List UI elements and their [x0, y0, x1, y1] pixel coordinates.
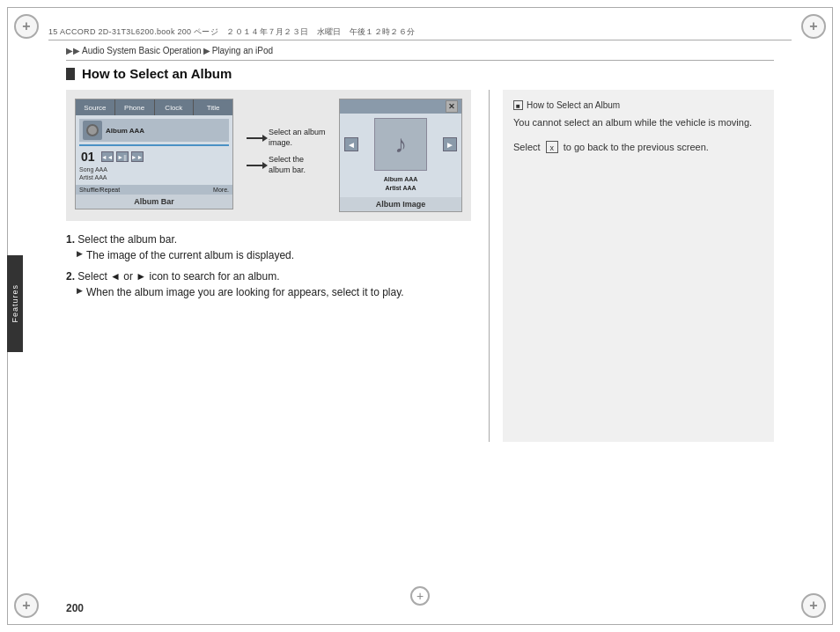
header-file-info: 15 ACCORD 2D-31T3L6200.book 200 ページ ２０１４… [48, 26, 415, 38]
song-info: Song AAA Artist AAA [79, 165, 229, 181]
play-pause-button[interactable]: ►|| [116, 151, 129, 162]
nav-clock[interactable]: Clock [155, 99, 195, 115]
prev-button[interactable]: ◄◄ [101, 151, 114, 162]
arrow-annotations: Select an album image. Select the album … [242, 128, 330, 183]
arrow-album-bar: Select the album bar. [247, 155, 326, 175]
corner-decoration-br [801, 593, 826, 618]
steps-section: 1. Select the album bar. ▶ The image of … [66, 231, 471, 300]
shuffle-label: Shuffle/Repeat [79, 187, 120, 193]
track-number: 01 [81, 150, 95, 164]
screen-nav-bar: Source Phone Clock Title [76, 99, 232, 115]
select-label: Select [513, 142, 541, 152]
step-2: 2. Select ◄ or ► icon to search for an a… [66, 268, 471, 300]
note-title: ■ How to Select an Album [513, 100, 763, 110]
breadcrumb-arrow1: ▶▶ [66, 46, 80, 55]
screens-container: Source Phone Clock Title [66, 90, 471, 221]
features-side-tab: Features [7, 255, 23, 352]
arrow-graphic-2 [247, 165, 264, 166]
step-tri-1: ▶ [77, 247, 83, 260]
main-content: How to Select an Album Source Phone [66, 66, 774, 597]
section-title: How to Select an Album [82, 66, 232, 81]
highlight-bar [79, 144, 229, 146]
album-image-body: ◄ ♪ ► Album AAA Artist AAA [340, 114, 461, 197]
album-name: Album AAA [106, 127, 144, 135]
breadcrumb-arrow2: ▶ [203, 46, 210, 55]
step-1-text: Select the album bar. [77, 233, 177, 246]
album-image-name: Album AAA [384, 175, 418, 184]
step-2-sub-text: When the album image you are looking for… [86, 284, 404, 300]
breadcrumb-divider [66, 60, 774, 61]
note-back-text: to go back to the previous screen. [564, 142, 709, 152]
next-button[interactable]: ►► [131, 151, 144, 162]
screen-left-label: Album Bar [76, 195, 232, 209]
step-1-num: 1. [66, 233, 75, 246]
step-tri-2: ▶ [77, 284, 83, 297]
arrow-album-image: Select an album image. [247, 128, 326, 148]
album-info: Album AAA Artist AAA [384, 175, 418, 193]
album-icon-disc [86, 124, 99, 136]
step-2-text: Select ◄ or ► icon to search for an albu… [77, 270, 279, 283]
album-icon [83, 121, 102, 140]
section-title-decoration [66, 68, 75, 80]
corner-decoration-tl [14, 14, 39, 39]
next-album-button[interactable]: ► [443, 137, 457, 151]
step-2-sub: ▶ When the album image you are looking f… [66, 284, 471, 300]
album-image-controls: ◄ ♪ ► [344, 118, 457, 171]
arrow-line-2 [247, 165, 264, 166]
section-title-bar: How to Select an Album [66, 66, 774, 81]
corner-decoration-bl [14, 593, 39, 618]
note-checkbox: ■ [513, 100, 523, 110]
step-1-sub-text: The image of the current album is displa… [86, 247, 294, 263]
right-note-box: ■ How to Select an Album You cannot sele… [503, 90, 774, 442]
corner-decoration-tr [801, 14, 826, 39]
album-image-screen: ✕ ◄ ♪ ► Album AAA Artist AAA [339, 99, 462, 212]
artist-name: Artist AAA [79, 173, 229, 181]
side-tab-label: Features [11, 284, 19, 323]
arrow-line-1 [247, 137, 264, 139]
album-art: ♪ [374, 118, 427, 171]
arrow-graphic-1 [247, 137, 264, 139]
two-column-layout: Source Phone Clock Title [66, 90, 774, 442]
note-paragraph-1: You cannot select an album while the veh… [513, 115, 763, 131]
note-paragraph-2: Select x to go back to the previous scre… [513, 140, 763, 156]
x-symbol: x [546, 141, 558, 153]
album-art-figure: ♪ [394, 130, 407, 158]
album-bar-screen: Source Phone Clock Title [75, 99, 233, 209]
nav-phone[interactable]: Phone [115, 99, 155, 115]
breadcrumb-part2: Playing an iPod [212, 46, 274, 55]
step-2-num: 2. [66, 270, 75, 283]
song-name: Song AAA [79, 165, 229, 173]
nav-source[interactable]: Source [76, 99, 115, 115]
step-1-sub: ▶ The image of the current album is disp… [66, 247, 471, 263]
note-title-text: How to Select an Album [527, 100, 620, 110]
album-image-nav: ✕ [340, 99, 461, 114]
close-button[interactable]: ✕ [446, 100, 458, 113]
nav-title[interactable]: Title [194, 99, 232, 115]
arrow-caption-2: Select the album bar. [269, 155, 326, 175]
album-bar-row[interactable]: Album AAA [79, 119, 229, 142]
breadcrumb: ▶▶ Audio System Basic Operation ▶ Playin… [66, 46, 273, 55]
track-controls: 01 ◄◄ ►|| ►► [79, 148, 229, 165]
bottom-center-decoration [410, 586, 430, 606]
arrow-caption-1: Select an album image. [269, 128, 326, 148]
prev-album-button[interactable]: ◄ [344, 137, 358, 151]
right-column: ■ How to Select an Album You cannot sele… [489, 90, 774, 442]
page-number: 200 [66, 602, 84, 614]
more-label: More. [213, 187, 229, 193]
shuffle-row: Shuffle/Repeat More. [76, 185, 232, 195]
screen-right-label: Album Image [340, 197, 461, 211]
step-1: 1. Select the album bar. ▶ The image of … [66, 231, 471, 263]
breadcrumb-part1: Audio System Basic Operation [82, 46, 202, 55]
album-image-artist: Artist AAA [384, 184, 418, 193]
left-column: Source Phone Clock Title [66, 90, 471, 442]
header-bar: 15 ACCORD 2D-31T3L6200.book 200 ページ ２０１４… [48, 25, 792, 40]
screen-body: Album AAA 01 ◄◄ ►|| ►► Song AAA Artist [76, 115, 232, 185]
